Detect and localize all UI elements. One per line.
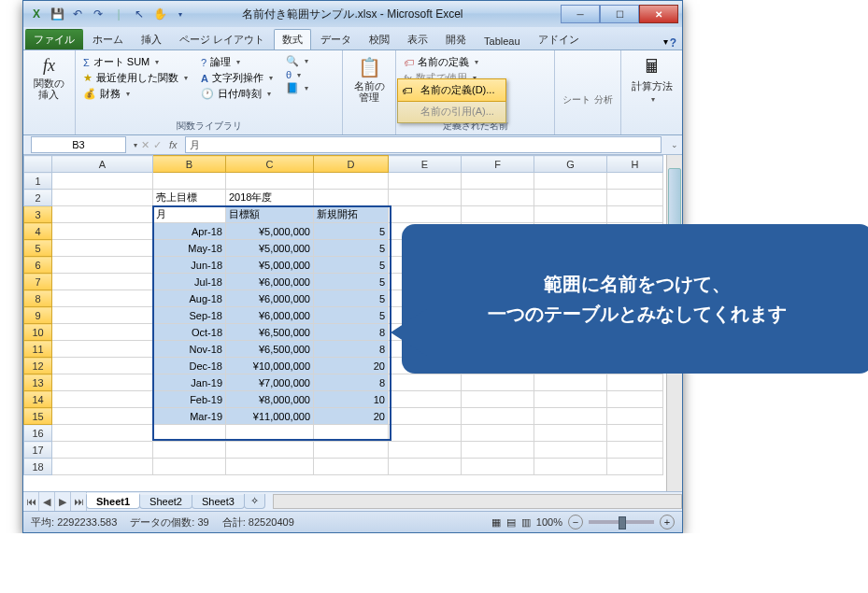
logical-button[interactable]: ?論理▾ [199, 54, 275, 70]
cell[interactable]: ¥6,500,000 [226, 341, 314, 358]
menu-define-name[interactable]: 🏷 名前の定義(D)... [397, 78, 506, 102]
tab-file[interactable]: ファイル [25, 29, 83, 49]
row-header[interactable]: 6 [24, 257, 52, 274]
tab-tableau[interactable]: Tableau [476, 32, 529, 49]
hand-icon[interactable]: ✋ [150, 5, 169, 23]
redo-icon[interactable]: ↷ [89, 5, 107, 23]
recent-functions-button[interactable]: ★最近使用した関数▾ [81, 70, 190, 86]
cell[interactable]: 5 [314, 223, 389, 240]
cell[interactable]: Mar-19 [153, 408, 226, 425]
calculation-options-button[interactable]: 🖩 計算方法 ▾ [627, 54, 676, 106]
tab-developer[interactable]: 開発 [437, 29, 475, 49]
row-header[interactable]: 17 [24, 442, 52, 459]
zoom-level[interactable]: 100% [536, 516, 562, 528]
cell[interactable]: Dec-18 [153, 358, 226, 374]
sheet-nav-next-icon[interactable]: ▶ [55, 492, 71, 511]
undo-icon[interactable]: ↶ [68, 5, 87, 23]
tab-addin[interactable]: アドイン [530, 29, 588, 49]
cell[interactable]: ¥10,000,000 [226, 358, 314, 374]
zoom-in-button[interactable]: + [660, 515, 675, 529]
col-header[interactable]: A [52, 156, 153, 173]
cell[interactable]: Apr-18 [153, 223, 226, 240]
minimize-button[interactable]: ─ [561, 5, 600, 23]
cell[interactable]: Jun-18 [153, 257, 226, 274]
select-all-corner[interactable] [24, 156, 52, 173]
cell[interactable]: Oct-18 [153, 324, 226, 341]
tab-page-layout[interactable]: ページ レイアウト [171, 29, 273, 49]
sheet-nav-first-icon[interactable]: ⏮ [23, 492, 39, 511]
cell[interactable]: 2018年度 [226, 190, 314, 206]
cell[interactable]: 5 [314, 290, 389, 307]
cell[interactable]: ¥7,000,000 [226, 374, 314, 391]
cursor-icon[interactable]: ↖ [130, 5, 149, 23]
cell[interactable]: ¥6,000,000 [226, 290, 314, 307]
cell[interactable]: 売上目標 [153, 190, 226, 206]
cell[interactable]: 10 [314, 391, 389, 408]
horizontal-scrollbar[interactable] [273, 494, 682, 509]
more-functions-button[interactable]: 📘▾ [284, 81, 310, 95]
fx-enter-icon[interactable]: ✓ [153, 139, 162, 151]
row-header[interactable]: 13 [24, 374, 52, 391]
insert-function-button[interactable]: fx 関数の 挿入 [29, 54, 69, 102]
row-header[interactable]: 3 [24, 206, 52, 223]
datetime-button[interactable]: 🕐日付/時刻▾ [199, 86, 275, 102]
tab-home[interactable]: ホーム [84, 29, 132, 49]
row-header[interactable]: 15 [24, 408, 52, 425]
cell[interactable]: Feb-19 [153, 391, 226, 408]
cell[interactable]: ¥8,000,000 [226, 391, 314, 408]
cell[interactable]: ¥11,000,000 [226, 408, 314, 425]
cell[interactable]: Sep-18 [153, 307, 226, 324]
financial-button[interactable]: 💰財務▾ [81, 86, 190, 102]
row-header[interactable]: 9 [24, 307, 52, 324]
zoom-slider[interactable] [589, 520, 654, 524]
col-header[interactable]: D [314, 156, 389, 173]
col-header[interactable]: H [607, 156, 663, 173]
row-header[interactable]: 16 [24, 425, 52, 442]
row-header[interactable]: 11 [24, 341, 52, 358]
tab-data[interactable]: データ [312, 29, 360, 49]
view-layout-icon[interactable]: ▤ [506, 516, 516, 529]
cell[interactable]: 20 [314, 358, 389, 374]
text-button[interactable]: A文字列操作▾ [199, 70, 275, 86]
cell[interactable]: May-18 [153, 240, 226, 257]
sheet-nav-last-icon[interactable]: ⏭ [71, 492, 87, 511]
tab-view[interactable]: 表示 [399, 29, 436, 49]
cell[interactable]: Jan-19 [153, 374, 226, 391]
col-header[interactable]: C [226, 156, 314, 173]
name-box[interactable]: B3 [31, 136, 126, 153]
tab-formulas[interactable]: 数式 [274, 29, 311, 49]
col-header[interactable]: F [462, 156, 534, 173]
sheet-tab[interactable]: Sheet1 [86, 493, 140, 509]
fx-cancel-icon[interactable]: ✕ [141, 139, 149, 151]
row-header[interactable]: 4 [24, 223, 52, 240]
formula-input[interactable]: 月 [185, 136, 662, 153]
cell[interactable]: Jul-18 [153, 274, 226, 290]
row-header[interactable]: 14 [24, 391, 52, 408]
row-header[interactable]: 10 [24, 324, 52, 341]
cell[interactable]: ¥5,000,000 [226, 257, 314, 274]
save-icon[interactable]: 💾 [48, 5, 66, 23]
define-name-button[interactable]: 🏷名前の定義▾ [402, 54, 548, 70]
cell[interactable]: Nov-18 [153, 341, 226, 358]
cell[interactable]: 5 [314, 240, 389, 257]
close-button[interactable]: ✕ [639, 5, 678, 23]
maximize-button[interactable]: ☐ [600, 5, 639, 23]
row-header[interactable]: 5 [24, 240, 52, 257]
col-header[interactable]: B [153, 156, 226, 173]
qat-dropdown-icon[interactable]: ▾ [171, 5, 190, 23]
sheet-nav-prev-icon[interactable]: ◀ [39, 492, 55, 511]
row-header[interactable]: 7 [24, 274, 52, 290]
cell[interactable]: 5 [314, 274, 389, 290]
active-cell[interactable]: 月 [153, 206, 226, 223]
cell[interactable]: 目標額 [226, 206, 314, 223]
new-sheet-button[interactable]: ✧ [244, 494, 265, 509]
sheet-tab[interactable]: Sheet2 [139, 495, 192, 509]
cell[interactable]: ¥5,000,000 [226, 240, 314, 257]
help-icon[interactable]: ? [670, 36, 676, 49]
view-break-icon[interactable]: ▥ [521, 516, 531, 529]
row-header[interactable]: 18 [24, 459, 52, 475]
autosum-button[interactable]: Σオート SUM▾ [81, 54, 190, 70]
row-header[interactable]: 2 [24, 190, 52, 206]
cell[interactable]: ¥6,000,000 [226, 307, 314, 324]
cell[interactable]: 新規開拓 [314, 206, 389, 223]
